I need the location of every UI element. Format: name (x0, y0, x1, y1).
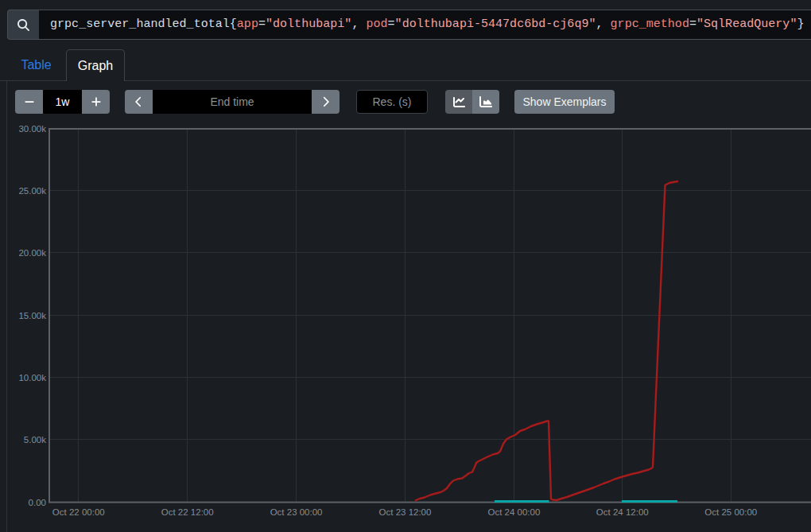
svg-text:Oct 24 00:00: Oct 24 00:00 (487, 507, 540, 517)
svg-text:Oct 23 12:00: Oct 23 12:00 (379, 507, 432, 517)
svg-text:Oct 23 00:00: Oct 23 00:00 (270, 507, 323, 517)
svg-text:Oct 25 00:00: Oct 25 00:00 (704, 507, 757, 517)
svg-text:Oct 24 12:00: Oct 24 12:00 (596, 507, 649, 517)
svg-text:Oct 22 00:00: Oct 22 00:00 (52, 507, 105, 517)
svg-text:15.00k: 15.00k (18, 311, 46, 320)
svg-text:5.00k: 5.00k (24, 435, 46, 445)
svg-text:Oct 22 12:00: Oct 22 12:00 (161, 507, 214, 517)
svg-text:0.00: 0.00 (29, 498, 46, 507)
svg-text:20.00k: 20.00k (18, 248, 46, 258)
svg-text:25.00k: 25.00k (18, 186, 46, 196)
svg-text:30.00k: 30.00k (18, 124, 46, 134)
svg-text:10.00k: 10.00k (18, 373, 46, 382)
